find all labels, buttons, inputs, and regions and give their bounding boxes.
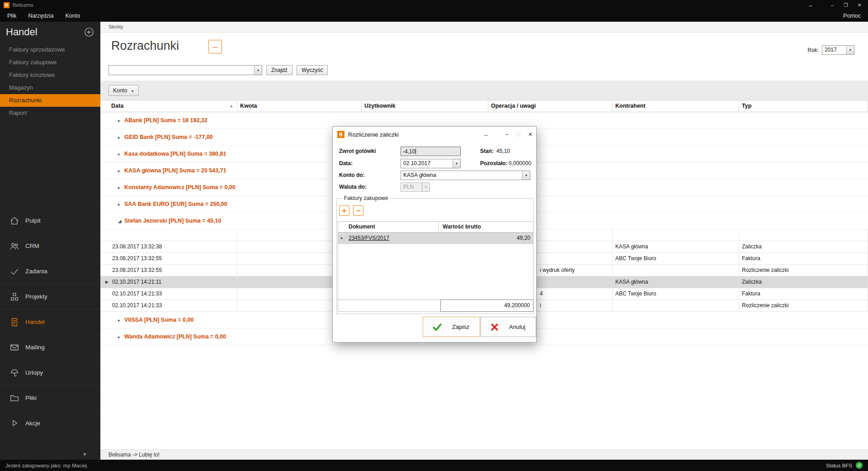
column-header-typ[interactable]: Typ [739, 100, 868, 112]
group-row-label: Stefan Jezierski [PLN] Suma = 45,10 [124, 218, 221, 224]
grid-cell: KASA główna [613, 276, 739, 288]
dialog-close-button[interactable]: ✕ [524, 131, 536, 138]
dialog-column-header-warto-brutto[interactable]: Wartość brutto [439, 222, 533, 232]
sidebar-item-akcje[interactable]: Akcje [0, 410, 100, 436]
x-icon [490, 323, 499, 332]
konto-do-select[interactable]: KASA główna ▼ [401, 171, 530, 180]
sidebar-item-faktury-zakupowe[interactable]: Faktury zakupowe [0, 56, 100, 69]
grid-cell: 02.10.2017 14:21:33 [100, 300, 237, 311]
folder-icon [9, 393, 20, 404]
belisama-logo-icon: B [4, 2, 9, 8]
dialog-table-body: ▸23453/FVS/201749,20 [338, 233, 533, 244]
stan-value: 45,10 [496, 147, 510, 156]
remove-invoice-button[interactable]: − [353, 205, 363, 216]
sidebar-item-handel[interactable]: Handel [0, 309, 100, 334]
cell-text: Rozliczenie zaliczki [742, 267, 788, 273]
document-link[interactable]: 23453/FVS/2017 [349, 235, 389, 241]
column-header-data[interactable]: Data▲ [100, 100, 237, 112]
column-header-operacja-uwagi[interactable]: Operacja / uwagi [488, 100, 613, 112]
sidebar-item-faktury-kosztowe[interactable]: Faktury kosztowe [0, 69, 100, 81]
window-title: Belisama [13, 2, 804, 8]
shortcuts-bar: Skróty [100, 22, 868, 33]
sidebar-item-zadania[interactable]: Zadania [0, 258, 100, 284]
year-select[interactable]: 2017 ▼ [822, 45, 854, 55]
sidebar-item-pulpit[interactable]: Pulpit [0, 208, 100, 233]
pozostalo-label: Pozostało: [480, 159, 508, 168]
remove-button[interactable]: – [208, 40, 222, 53]
group-collapsed-icon[interactable]: ▸ [118, 334, 124, 339]
group-collapsed-icon[interactable]: ▸ [118, 152, 124, 157]
chevron-down-icon[interactable]: ▼ [453, 159, 460, 168]
sidebar-item-mailing[interactable]: Mailing [0, 334, 100, 360]
dialog-cell-dokument[interactable]: ▸23453/FVS/2017 [338, 233, 439, 243]
maximize-button[interactable]: ❐ [839, 2, 853, 8]
group-collapsed-icon[interactable]: ▸ [118, 168, 124, 173]
row-expand-icon[interactable]: ▸ [341, 233, 343, 243]
search-input[interactable]: ▼ [108, 65, 262, 75]
year-filter: Rok: 2017 ▼ [807, 45, 854, 55]
group-expanded-icon[interactable]: ◢ [118, 219, 124, 224]
zwrot-gotowki-input[interactable]: -4,10 [401, 147, 461, 156]
close-button[interactable]: ✕ [853, 2, 866, 8]
chevron-down-icon[interactable]: ▼ [522, 171, 530, 180]
resize-arrows-icon[interactable]: ↔ [480, 131, 492, 138]
group-collapsed-icon[interactable]: ▸ [118, 318, 124, 323]
grid-cell: Faktura [739, 288, 868, 300]
data-select[interactable]: 02.10.2017 ▼ [401, 159, 461, 168]
chevron-down-icon[interactable]: ▼ [846, 46, 854, 54]
dialog-column-header-dokument[interactable]: Dokument [338, 222, 439, 232]
sidebar-item-crm[interactable]: CRM [0, 233, 100, 258]
dialog-table-footer: 49,200000 [338, 300, 533, 311]
chevron-down-icon[interactable]: ▼ [254, 66, 262, 75]
dialog-maximize-button[interactable]: □ [513, 131, 524, 138]
menu-konto[interactable]: Konto [59, 10, 86, 22]
group-collapsed-icon[interactable]: ▸ [118, 118, 124, 123]
group-row-label: Kasa dodatkowa [PLN] Suma = 380,81 [124, 151, 226, 157]
sidebar-item-faktury-sprzeda-owe[interactable]: Faktury sprzedażowe [0, 43, 100, 56]
clear-button[interactable]: Wyczyść [297, 65, 328, 75]
minimize-button[interactable]: – [826, 2, 839, 8]
dialog-minimize-button[interactable]: – [501, 131, 513, 138]
cancel-button[interactable]: Anuluj [481, 317, 536, 337]
group-collapsed-icon[interactable]: ▸ [118, 202, 124, 207]
dialog-table-row[interactable]: ▸23453/FVS/201749,20 [338, 233, 533, 244]
shortcuts-label[interactable]: Skróty [108, 24, 123, 29]
menu-narz-dzia[interactable]: Narzędzia [22, 10, 59, 22]
add-invoice-button[interactable]: + [339, 205, 349, 216]
group-collapsed-icon[interactable]: ▸ [118, 135, 124, 140]
grid-cell: 23.08.2017 13:32:55 [100, 265, 237, 276]
year-value: 2017 [822, 46, 846, 54]
column-header-kwota[interactable]: Kwota [237, 100, 362, 112]
grid-cell [100, 229, 237, 241]
sidebar-item-urlopy[interactable]: Urlopy [0, 360, 100, 385]
group-collapsed-icon[interactable]: ▸ [118, 185, 124, 190]
dialog-title-bar[interactable]: B Rozliczenie zaliczki ↔ – □ ✕ [333, 127, 536, 142]
text-cursor [415, 148, 416, 154]
menu-pomoc[interactable]: Pomoc [837, 10, 867, 22]
sidebar-item-projekty[interactable]: Projekty [0, 284, 100, 309]
sidebar-item-raport[interactable]: Raport [0, 107, 100, 119]
sidebar-item-magazyn[interactable]: Magazyn [0, 81, 100, 94]
column-header-kontrahent[interactable]: Kontrahent [613, 100, 739, 112]
resize-arrows-icon[interactable]: ↔ [804, 2, 817, 8]
cell-text: i [540, 302, 541, 309]
find-button[interactable]: Znajdź [266, 65, 292, 75]
column-header-u-ytkownik[interactable]: Użytkownik [362, 100, 488, 112]
app-status-bar: Belisama -> Lubię to! [100, 449, 868, 460]
group-chip-konto[interactable]: Konto ▲ [108, 85, 139, 96]
menu-plik[interactable]: Plik [1, 10, 22, 22]
chevron-down-icon[interactable]: ▼ [82, 452, 87, 457]
cell-text: i wydruk oferty [540, 267, 575, 273]
year-label: Rok: [807, 47, 819, 53]
sidebar-item-rozrachunki[interactable]: Rozrachunki [0, 94, 100, 107]
collapse-sidebar-icon[interactable] [84, 27, 94, 37]
nav-item-label: Mailing [25, 344, 45, 351]
grid-cell: ▶02.10.2017 14:21:11 [100, 276, 237, 288]
play-icon [9, 418, 20, 428]
zwrot-gotowki-value: -4,10 [403, 148, 415, 155]
sidebar-item-pliki[interactable]: Pliki [0, 385, 100, 410]
home-icon [9, 215, 20, 226]
column-header-label: Kwota [240, 103, 257, 109]
sum-total-field[interactable]: 49,200000 [440, 300, 533, 312]
save-button[interactable]: Zapisz [423, 317, 480, 337]
